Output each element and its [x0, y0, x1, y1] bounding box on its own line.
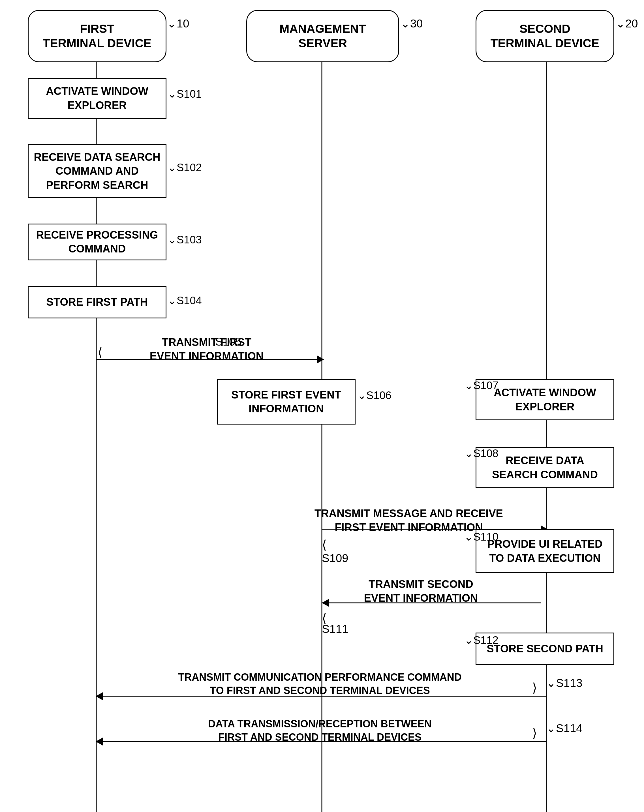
step-S101-ref: ⌄S101	[168, 88, 202, 100]
svg-marker-13	[96, 692, 103, 700]
step-S109-ref: S109	[322, 552, 348, 565]
step-S104-label: STORE FIRST PATH	[46, 295, 148, 309]
entity-first-terminal: FIRST TERMINAL DEVICE	[28, 10, 166, 62]
step-S108-ref: ⌄S108	[464, 447, 499, 459]
step-S101-label: ACTIVATE WINDOWEXPLORER	[46, 84, 148, 112]
step-S104-ref: ⌄S104	[168, 295, 202, 307]
step-S114-label: DATA TRANSMISSION/RECEPTION BETWEENFIRST…	[108, 717, 532, 744]
step-S106-ref: ⌄S106	[357, 389, 392, 401]
svg-marker-4	[317, 356, 324, 363]
step-S113-label: TRANSMIT COMMUNICATION PERFORMANCE COMMA…	[108, 671, 532, 698]
step-S111-label: TRANSMIT SECONDEVENT INFORMATION	[322, 577, 520, 605]
step-S102-ref: ⌄S102	[168, 161, 202, 174]
sequence-diagram: ⟨ ⟨ ⟨ ⟩ ⟩ FIRST TERMINAL DEVICE ⌄10 MANA…	[0, 0, 644, 812]
entity-management-server: MANAGEMENT SERVER	[246, 10, 399, 62]
step-S104: STORE FIRST PATH	[28, 286, 166, 318]
step-S106: STORE FIRST EVENTINFORMATION	[217, 379, 356, 424]
ref-20: ⌄20	[616, 17, 638, 30]
svg-text:⟨: ⟨	[322, 538, 327, 552]
step-S101: ACTIVATE WINDOWEXPLORER	[28, 78, 166, 119]
step-S102-label: RECEIVE DATA SEARCHCOMMAND ANDPERFORM SE…	[34, 150, 160, 192]
step-S103-ref: ⌄S103	[168, 234, 202, 246]
step-S112-label: STORE SECOND PATH	[487, 642, 603, 656]
step-S108-label: RECEIVE DATASEARCH COMMAND	[492, 454, 598, 482]
step-S107-label: ACTIVATE WINDOWEXPLORER	[494, 386, 596, 414]
entity-first-terminal-label: FIRST TERMINAL DEVICE	[43, 22, 151, 50]
ref-10: ⌄10	[167, 17, 189, 30]
step-S107-ref: ⌄S107	[464, 379, 499, 392]
step-S110-ref: ⌄S110	[464, 531, 499, 543]
step-S111-ref: S111	[322, 623, 348, 635]
step-S112-ref: ⌄S112	[464, 634, 499, 646]
entity-management-server-label: MANAGEMENT SERVER	[279, 22, 366, 50]
svg-text:⟩: ⟩	[532, 726, 537, 740]
svg-text:⟩: ⟩	[532, 681, 537, 694]
step-S102: RECEIVE DATA SEARCHCOMMAND ANDPERFORM SE…	[28, 144, 166, 198]
step-S103: RECEIVE PROCESSINGCOMMAND	[28, 224, 166, 260]
step-S105-label: TRANSMIT FIRSTEVENT INFORMATION	[101, 336, 313, 363]
step-S103-label: RECEIVE PROCESSINGCOMMAND	[36, 228, 158, 256]
ref-30: ⌄30	[401, 17, 423, 30]
svg-marker-16	[96, 737, 103, 745]
entity-second-terminal: SECOND TERMINAL DEVICE	[476, 10, 614, 62]
step-S106-label: STORE FIRST EVENTINFORMATION	[231, 388, 341, 416]
step-S113-ref: ⌄S113	[546, 676, 582, 690]
step-S105-ref: S105	[215, 336, 241, 348]
step-S110-label: PROVIDE UI RELATEDTO DATA EXECUTION	[487, 537, 603, 565]
entity-second-terminal-label: SECOND TERMINAL DEVICE	[491, 22, 599, 50]
step-S114-ref: ⌄S114	[546, 722, 582, 735]
